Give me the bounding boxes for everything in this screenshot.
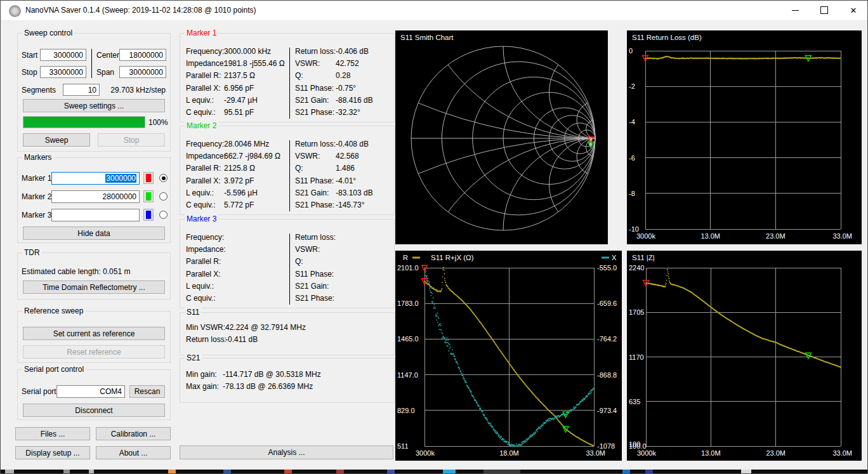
field-label: Return loss: — [186, 335, 225, 344]
taskbar-icon[interactable] — [645, 470, 653, 474]
minimize-button[interactable] — [780, 0, 810, 20]
field-value: 28.0046 MHz — [224, 140, 269, 148]
field-value: -88.416 dB — [336, 96, 373, 105]
display-setup-button[interactable]: Display setup ... — [15, 446, 90, 459]
marker2-right-column: Return loss:-0.408 dBVSWR:42.568Q:1.486S… — [295, 138, 373, 211]
disconnect-button[interactable]: Disconnect — [23, 404, 165, 417]
data-row: Max gain:-78.13 dB @ 26.6369 MHz — [186, 380, 321, 392]
taskbar-icon[interactable] — [89, 470, 94, 474]
field-label: Frequency: — [186, 233, 224, 242]
taskbar-icon[interactable] — [63, 470, 70, 474]
marker2-color-button[interactable] — [143, 190, 154, 202]
field-value: 5.772 pF — [224, 201, 254, 209]
files-button[interactable]: Files ... — [15, 427, 90, 440]
data-row: Frequency:28.0046 MHz — [186, 138, 280, 150]
data-row: C equiv.: — [186, 292, 224, 304]
taskbar-icon[interactable] — [622, 470, 630, 474]
s21-summary-group: S21 Min gain:-114.717 dB @ 30.5318 MHzMa… — [180, 358, 395, 403]
s11-z-magnitude-chart[interactable]: 224017051170635100.01003000k13.0M23.0M33… — [627, 251, 862, 461]
x-axis-tick-label: 13.0M — [700, 232, 720, 240]
y-axis-tick-label: -555.0 — [597, 264, 617, 272]
field-value: -114.717 dB @ 30.5318 MHz — [223, 370, 321, 379]
chart-svg: 224017051170635100.01003000k13.0M23.0M33… — [627, 251, 862, 461]
y-axis-tick-label: 829.0 — [397, 407, 415, 414]
span-input[interactable] — [119, 66, 166, 78]
taskbar-icon[interactable] — [443, 470, 456, 474]
tdr-button[interactable]: Time Domain Reflectometry ... — [23, 280, 165, 294]
reset-reference-button[interactable]: Reset reference — [23, 345, 165, 359]
marker3-color-button[interactable] — [143, 209, 154, 221]
chart-svg: 0-2-4-6-8-103000k13.0M23.0M33.0MS11 Retu… — [627, 30, 862, 244]
set-reference-button[interactable]: Set current as reference — [23, 327, 165, 340]
close-button[interactable]: ✕ — [839, 0, 868, 20]
s11-return-loss-chart[interactable]: 0-2-4-6-8-103000k13.0M23.0M33.0MS11 Retu… — [627, 30, 862, 244]
sweep-settings-button[interactable]: Sweep settings ... — [23, 99, 165, 112]
s11-title: S11 — [185, 308, 201, 317]
field-label: S21 Phase: — [295, 294, 336, 303]
analysis-button[interactable]: Analysis ... — [180, 445, 393, 459]
windows-taskbar[interactable] — [0, 470, 868, 474]
group-title: Markers — [22, 153, 53, 162]
data-row: VSWR:42.752 — [295, 57, 373, 69]
maximize-button[interactable] — [810, 0, 839, 20]
marker1-input[interactable]: 3000000 — [51, 172, 140, 185]
marker2-radio[interactable] — [159, 192, 168, 201]
marker3-input[interactable] — [51, 209, 140, 221]
taskbar-icon[interactable] — [336, 470, 344, 474]
taskbar-icon[interactable] — [223, 470, 231, 474]
smith-grid — [411, 46, 595, 230]
taskbar-icon[interactable] — [387, 470, 395, 474]
rescan-button[interactable]: Rescan — [129, 385, 165, 398]
taskbar-icon[interactable] — [483, 470, 520, 474]
marker3-radio[interactable] — [159, 211, 168, 219]
field-value: -0.75° — [336, 84, 356, 93]
y-axis-tick-label: 1705 — [629, 308, 644, 316]
center-input[interactable] — [119, 49, 166, 61]
marker2-color-chip — [146, 192, 151, 201]
group-title: TDR — [22, 248, 42, 257]
chart-svg: S11 Smith Chart — [395, 30, 608, 244]
sweep-button[interactable]: Sweep — [23, 133, 90, 147]
about-button[interactable]: About ... — [96, 446, 171, 459]
taskbar-icon[interactable] — [5, 470, 14, 474]
hide-data-button[interactable]: Hide data — [23, 227, 165, 240]
marker3-label: Marker 3 — [22, 211, 51, 220]
marker1-color-button[interactable] — [143, 172, 154, 184]
stop-button[interactable]: Stop — [98, 133, 165, 147]
chart-title: S11 |Z| — [632, 254, 655, 261]
field-value: 1981.8 -j555.46 Ω — [224, 59, 285, 68]
field-value: -4.01° — [336, 176, 356, 185]
s11-rjx-chart[interactable]: 2101.01783.01465.01147.0829.0511-555.0-6… — [395, 251, 622, 461]
serial-port-input[interactable] — [56, 385, 125, 398]
field-label: S11 Phase: — [295, 176, 336, 185]
chart-title: S11 R+jX (Ω) — [431, 254, 474, 261]
data-row: Impedance: — [186, 243, 224, 255]
field-value: 42.752 — [336, 59, 359, 68]
stop-input[interactable] — [40, 66, 86, 78]
start-input[interactable] — [40, 49, 86, 61]
reference-sweep-group: Reference sweep Set current as reference… — [17, 311, 171, 363]
field-value: -83.103 dB — [336, 188, 373, 197]
field-value: 42.568 — [336, 152, 359, 161]
s11-smith-chart[interactable]: S11 Smith Chart — [395, 30, 608, 244]
y-axis-tick-label: 0 — [629, 47, 633, 55]
field-value: 1.486 — [336, 164, 355, 173]
field-label: L equiv.: — [186, 188, 224, 197]
data-row: L equiv.:-5.596 µH — [186, 187, 280, 199]
field-value: -78.13 dB @ 26.6369 MHz — [223, 382, 313, 391]
y-axis-tick-label: 2240 — [629, 264, 644, 272]
field-label: C equiv.: — [186, 201, 224, 209]
y-axis-tick-label: 511 — [397, 442, 409, 450]
data-row: S21 Gain:-83.103 dB — [295, 187, 373, 199]
calibration-button[interactable]: Calibration ... — [96, 427, 171, 440]
taskbar-icon[interactable] — [168, 470, 176, 474]
taskbar-icon[interactable] — [284, 470, 292, 474]
marker1-radio[interactable] — [159, 174, 168, 182]
field-label: Q: — [295, 257, 336, 266]
marker2-input[interactable]: 28000000 — [51, 190, 140, 203]
column-divider — [91, 49, 92, 78]
data-row: S21 Gain: — [295, 280, 336, 292]
data-row: Parallel X:6.956 pF — [186, 82, 285, 94]
s11-summary-group: S11 Min VSWR:42.224 @ 32.7914 MHzReturn … — [180, 312, 395, 355]
taskbar-icon[interactable] — [741, 470, 751, 474]
